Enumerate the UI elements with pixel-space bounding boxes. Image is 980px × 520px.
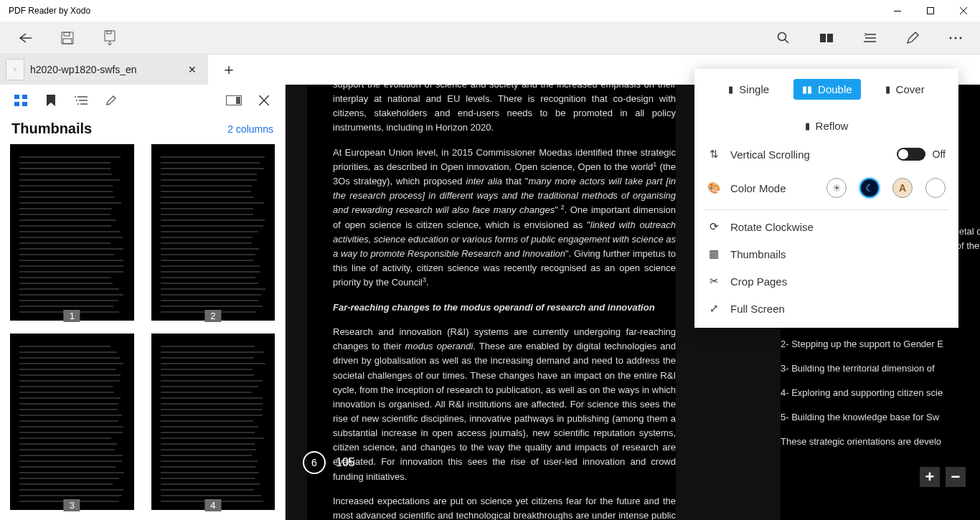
bookmarks-tab[interactable] <box>36 85 66 116</box>
crop-pages-action[interactable]: ✂Crop Pages <box>694 268 958 295</box>
save-as-button[interactable] <box>89 22 132 55</box>
fullscreen-icon: ⤢ <box>707 302 720 315</box>
thumbnails-tab[interactable] <box>6 85 36 116</box>
current-page[interactable]: 6 <box>303 451 326 474</box>
zoom-out-button[interactable]: − <box>946 467 966 487</box>
panel-toolbar <box>0 85 285 116</box>
svg-rect-30 <box>236 97 240 104</box>
search-button[interactable] <box>762 22 805 55</box>
close-icon <box>259 95 269 105</box>
paragraph: Increased expectations are put on scienc… <box>333 494 676 520</box>
page-left: support the evolution of science and soc… <box>307 85 676 520</box>
view-settings-button[interactable] <box>848 22 891 55</box>
document-tab[interactable]: ≡ h2020-wp1820-swfs_en ✕ <box>0 55 208 85</box>
view-settings-icon <box>863 33 876 43</box>
view-settings-popover: ▮Single ▮▮Double ▮Cover ▮Reflow ⇅Vertica… <box>694 69 958 328</box>
window-controls <box>881 0 980 22</box>
reflow-icon: ▮ <box>805 120 810 131</box>
annotate-button[interactable] <box>891 22 934 55</box>
columns-toggle[interactable]: 2 columns <box>227 123 273 135</box>
svg-rect-11 <box>820 34 826 42</box>
svg-rect-5 <box>64 32 70 36</box>
color-dark[interactable]: ☾ <box>859 178 880 198</box>
main-toolbar <box>0 22 980 55</box>
thumbnails-title: Thumbnails <box>11 120 92 137</box>
thumbnails-sidebar: Thumbnails 2 columns 1 2 3 4 5 6 <box>0 85 286 520</box>
bookmark-tool-button[interactable] <box>805 22 848 55</box>
svg-line-10 <box>785 39 788 43</box>
minimize-button[interactable] <box>881 0 914 22</box>
title-bar: PDF Reader by Xodo <box>0 0 980 22</box>
grid-icon <box>14 95 27 106</box>
single-icon: ▮ <box>728 84 733 95</box>
annotations-tab[interactable] <box>96 85 126 116</box>
rotate-icon: ⟳ <box>707 220 720 233</box>
pencil-icon <box>906 32 919 44</box>
svg-rect-19 <box>14 95 19 99</box>
minimize-icon <box>894 11 901 11</box>
svg-rect-7 <box>105 31 115 41</box>
layout-icon <box>226 95 242 105</box>
full-screen-action[interactable]: ⤢Full Screen <box>694 295 958 322</box>
outline-tab[interactable] <box>66 85 96 116</box>
thumbnails-grid: 1 2 3 4 5 6 <box>0 144 285 520</box>
crop-icon: ✂ <box>707 275 720 288</box>
thumbnail-4[interactable]: 4 <box>151 334 275 510</box>
close-panel-button[interactable] <box>249 85 279 116</box>
pencil-icon <box>105 95 117 106</box>
save-as-icon <box>104 30 117 46</box>
mode-single[interactable]: ▮Single <box>720 79 778 100</box>
color-light[interactable]: ☀ <box>826 178 847 198</box>
svg-rect-21 <box>14 102 19 106</box>
tab-close-button[interactable]: ✕ <box>185 61 199 78</box>
color-none[interactable] <box>925 178 946 198</box>
maximize-button[interactable] <box>914 0 947 22</box>
thumbnail-3[interactable]: 3 <box>10 334 134 510</box>
color-sepia[interactable]: A <box>892 178 913 198</box>
save-icon <box>61 32 74 44</box>
palette-icon: 🎨 <box>707 181 720 194</box>
more-button[interactable] <box>934 22 977 55</box>
svg-point-16 <box>950 37 952 39</box>
save-button[interactable] <box>46 22 89 55</box>
maximize-icon <box>927 7 934 14</box>
grid-icon: ▦ <box>707 247 720 260</box>
thumbnail-2[interactable]: 2 <box>151 144 275 321</box>
zoom-in-button[interactable]: + <box>920 467 940 487</box>
mode-cover[interactable]: ▮Cover <box>877 79 933 100</box>
heading: Far-reaching changes to the modus operan… <box>333 301 676 315</box>
svg-point-17 <box>955 37 957 39</box>
divider <box>705 209 948 210</box>
close-icon <box>960 7 967 14</box>
svg-rect-22 <box>22 102 27 106</box>
rotate-clockwise-action[interactable]: ⟳Rotate Clockwise <box>694 213 958 240</box>
bookmark-tool-icon <box>820 32 833 44</box>
total-pages: 105 <box>336 456 355 469</box>
layout-toggle-button[interactable] <box>219 85 249 116</box>
zoom-controls: + − <box>920 467 966 487</box>
toggle-state: Off <box>933 148 946 160</box>
outline-icon <box>75 95 88 105</box>
svg-point-9 <box>778 32 786 40</box>
thumbnails-action[interactable]: ▦Thumbnails <box>694 240 958 268</box>
svg-point-18 <box>960 37 962 39</box>
paragraph: support the evolution of science and soc… <box>333 85 676 136</box>
svg-point-26 <box>75 96 76 98</box>
document-icon: ≡ <box>6 59 24 80</box>
svg-point-28 <box>77 103 79 105</box>
close-button[interactable] <box>947 0 980 22</box>
vertical-scroll-toggle[interactable] <box>897 148 925 161</box>
mode-double[interactable]: ▮▮Double <box>793 79 861 100</box>
svg-rect-0 <box>894 11 901 11</box>
color-mode-row: 🎨Color Mode ☀ ☾ A <box>694 169 958 207</box>
cover-icon: ▮ <box>885 84 890 95</box>
thumbnail-1[interactable]: 1 <box>10 144 134 321</box>
svg-rect-20 <box>22 95 27 99</box>
scroll-icon: ⇅ <box>707 148 720 161</box>
page-indicator: 6 105 <box>303 451 355 474</box>
svg-rect-1 <box>928 8 934 14</box>
back-button[interactable] <box>3 22 46 55</box>
bookmark-icon <box>47 95 55 106</box>
new-tab-button[interactable]: ＋ <box>208 55 250 85</box>
mode-reflow[interactable]: ▮Reflow <box>796 115 857 136</box>
